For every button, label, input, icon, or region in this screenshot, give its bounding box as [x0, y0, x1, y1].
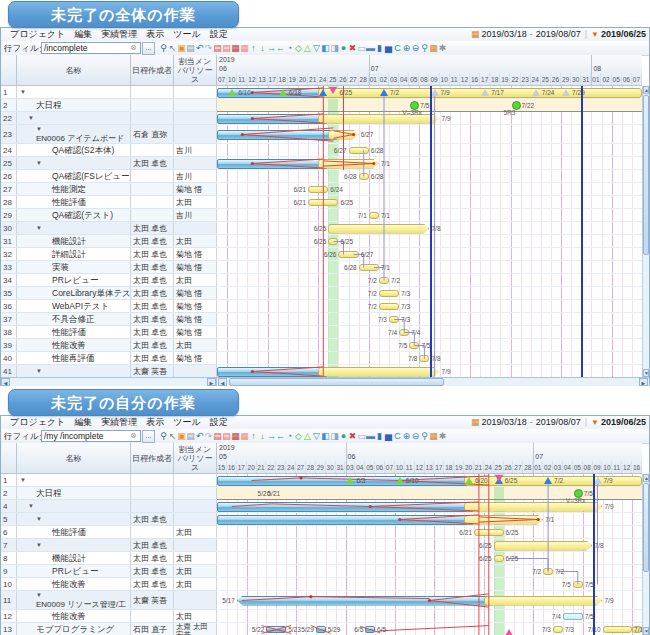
task-row[interactable]: 5▼EN0008 PJ横断API性能改善太田 卓也 [1, 513, 217, 526]
gantt-bar[interactable] [474, 529, 504, 536]
vertical-scroll-thumb[interactable] [643, 483, 649, 572]
clear-filter-icon[interactable]: ⊗ [130, 42, 137, 54]
zoom-fit-icon[interactable]: ⚲ [420, 41, 429, 55]
move-down-icon[interactable]: ↓ [258, 429, 267, 443]
milestone-blue-icon[interactable] [544, 477, 552, 484]
baseline-set-icon[interactable]: ▦ [231, 41, 240, 55]
menu-item-4[interactable]: ツール [173, 416, 200, 429]
menu-item-1[interactable]: 編集 [74, 416, 92, 429]
undo-icon[interactable]: ↶ [195, 41, 204, 55]
gantt-bar[interactable] [494, 555, 504, 562]
clear-icon[interactable]: ✖ [348, 429, 357, 443]
menu-item-5[interactable]: 設定 [210, 28, 228, 41]
task-add-icon[interactable]: ◧ [321, 41, 330, 55]
expander-icon[interactable]: ▼ [36, 591, 128, 600]
baseline-show-icon[interactable]: ▤ [222, 429, 231, 443]
bar-view-icon[interactable]: ▬ [366, 41, 375, 55]
indent-icon[interactable]: ← [276, 429, 285, 443]
gantt-bar[interactable] [328, 130, 358, 140]
gantt-bar[interactable] [359, 173, 369, 180]
task-row[interactable]: 25▼EN0008 PJ横断API性能改善太田 卓也 [1, 157, 217, 170]
link-icon[interactable]: ◇ [294, 429, 303, 443]
flat-view-icon[interactable]: ▭ [357, 429, 366, 443]
task-row[interactable]: 32詳細設計太田 卓也菊地 悟 [1, 248, 217, 261]
milestone-add-icon[interactable]: △ [303, 429, 312, 443]
milestone-green-icon[interactable] [465, 477, 473, 484]
gantt-bar[interactable] [308, 186, 328, 193]
flat-view-icon[interactable]: ▭ [357, 41, 366, 55]
scroll-down-button[interactable]: ▼ [643, 369, 649, 377]
task-row[interactable]: 6性能評価太田 [1, 526, 217, 539]
task-row[interactable]: 24QA確認(S2本体)吉川 [1, 144, 217, 157]
task-row[interactable]: 36WebAPIテスト太田 卓也菊地 悟 [1, 300, 217, 313]
move-up-icon[interactable]: ↑ [249, 41, 258, 55]
milestone-green-icon[interactable] [228, 89, 236, 96]
milestone-green-icon[interactable] [396, 477, 404, 484]
task-row[interactable]: 31機能設計太田 卓也太田 [1, 235, 217, 248]
task-row[interactable]: 4▼機能エンハンス [1, 500, 217, 513]
task-row[interactable]: 28性能評価太田 [1, 196, 217, 209]
outdent-icon[interactable]: → [267, 429, 276, 443]
menu-item-1[interactable]: 編集 [74, 28, 92, 41]
gantt-bar[interactable] [217, 502, 474, 512]
more-filter-button[interactable]: ... [142, 42, 155, 55]
progress-bar-icon[interactable]: ▮ [375, 429, 384, 443]
table-scroll-right-button[interactable]: ▶ [207, 378, 216, 386]
resource-icon[interactable]: ● [339, 41, 348, 55]
print-icon[interactable]: ▤ [186, 429, 195, 443]
gantt-bar[interactable] [369, 212, 379, 219]
expander-icon[interactable]: ▼ [36, 157, 128, 169]
task-row[interactable]: 2大日程 [1, 487, 217, 500]
gantt-bar[interactable] [543, 568, 553, 575]
settings-icon[interactable]: ✱ [438, 429, 447, 443]
horizontal-scroll-thumb[interactable] [229, 378, 444, 386]
row-filter-input[interactable]: /my /incomplete [41, 430, 141, 442]
gantt-bar[interactable] [318, 367, 439, 377]
more-filter-button[interactable]: ... [142, 430, 155, 443]
task-remove-icon[interactable]: ◨ [330, 41, 339, 55]
vertical-scrollbar[interactable]: ▲▼ [642, 474, 649, 635]
milestone-remove-icon[interactable]: ▽ [312, 41, 321, 55]
gantt-bar[interactable] [603, 626, 633, 633]
baseline-show-icon[interactable]: ▤ [222, 41, 231, 55]
task-row[interactable]: 22▼機能エンハンス [1, 112, 217, 125]
task-row[interactable]: 30▼PJ横断APIのリソース指定太田 卓也 [1, 222, 217, 235]
task-row[interactable]: 35CoreLibrary単体テスト太田 卓也菊地 悟 [1, 287, 217, 300]
task-row[interactable]: 13モブプログラミング石田 直子太齋 太田 安井… [1, 623, 217, 635]
select-cursor-icon[interactable]: ↖ [168, 429, 177, 443]
gantt-bar[interactable] [573, 581, 583, 588]
baseline-set-icon[interactable]: ▦ [231, 429, 240, 443]
task-row[interactable]: 26QA確認(FSレビュー)吉川 [1, 170, 217, 183]
task-row[interactable]: 34PRレビュー太田 卓也太田 [1, 274, 217, 287]
milestone-planned-icon[interactable] [594, 477, 602, 484]
milestone-blue-icon[interactable] [319, 89, 327, 96]
task-row[interactable]: 27性能測定菊地 悟 [1, 183, 217, 196]
search-icon[interactable]: ⚲ [159, 429, 168, 443]
zoom-out-icon[interactable]: ⊖ [411, 429, 420, 443]
milestone-green-icon[interactable] [346, 477, 354, 484]
scroll-down-button[interactable]: ▼ [643, 627, 649, 635]
milestone-blue-icon[interactable] [380, 89, 388, 96]
baseline-save-icon[interactable]: ▤ [213, 41, 222, 55]
baseline-clear-icon[interactable]: ▦ [240, 429, 249, 443]
outdent-icon[interactable]: → [267, 41, 276, 55]
gantt-bar[interactable] [318, 88, 642, 98]
gantt-bar[interactable] [217, 515, 474, 525]
lock-icon[interactable]: ▣ [177, 429, 186, 443]
gantt-bar[interactable] [328, 224, 429, 234]
expander-icon[interactable]: ▼ [36, 513, 128, 525]
histogram-icon[interactable]: ▅ [384, 429, 393, 443]
milestone-planned-icon[interactable] [431, 89, 439, 96]
gantt-bar[interactable] [237, 596, 494, 606]
histogram-icon[interactable]: ▅ [384, 41, 393, 55]
critical-path-icon[interactable]: C [393, 429, 402, 443]
milestone-future-icon[interactable] [532, 89, 540, 96]
gantt-bar[interactable] [217, 367, 328, 377]
menu-item-0[interactable]: プロジェクト [10, 416, 65, 429]
gantt-bar[interactable] [494, 541, 593, 551]
gantt-bar[interactable] [419, 355, 429, 362]
task-row[interactable]: 8機能設計太田 卓也太田 [1, 552, 217, 565]
milestone-green-icon[interactable] [279, 89, 287, 96]
milestone-add-icon[interactable]: △ [303, 41, 312, 55]
settings-icon[interactable]: ✱ [438, 41, 447, 55]
